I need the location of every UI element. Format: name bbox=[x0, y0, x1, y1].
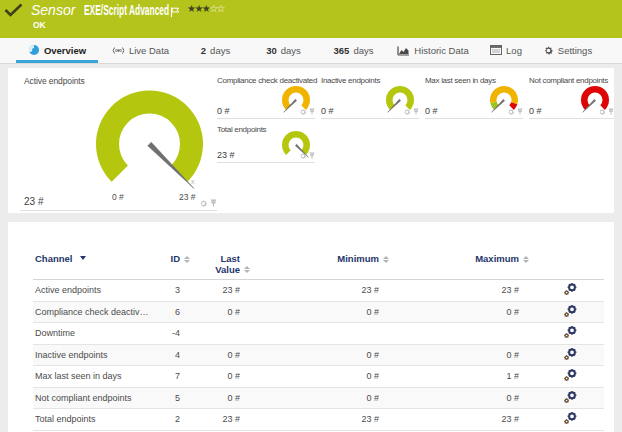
priority-stars[interactable]: ★★★☆☆ bbox=[187, 3, 224, 14]
cell-id: 3 bbox=[150, 280, 180, 302]
cell-last-value: 0 # bbox=[180, 387, 240, 409]
star-icon: ★ bbox=[194, 3, 201, 14]
channel-settings-gears-icon[interactable] bbox=[563, 282, 578, 296]
cell-minimum: 0 # bbox=[240, 387, 379, 409]
cell-channel[interactable]: Not compliant endpoints bbox=[33, 387, 150, 409]
tab-2-days[interactable]: 2 days bbox=[193, 38, 238, 63]
tab-365-days-unit: days bbox=[353, 45, 373, 56]
tile-pin-icon[interactable] bbox=[210, 199, 217, 208]
tile-pin-icon[interactable] bbox=[309, 152, 315, 160]
channel-settings-gears-icon[interactable] bbox=[563, 325, 578, 339]
channel-settings-gears-icon[interactable] bbox=[563, 304, 578, 318]
channel-row[interactable]: Inactive endpoints 4 0 # 0 # 0 # bbox=[33, 344, 604, 366]
tab-log[interactable]: Log bbox=[482, 38, 530, 63]
channel-row[interactable]: Not compliant endpoints 5 0 # 0 # 0 # bbox=[33, 387, 604, 409]
cell-channel[interactable]: Max last seen in days bbox=[33, 366, 150, 388]
tab-live-data-label: Live Data bbox=[129, 45, 169, 56]
gauge-tile-max-last-seen: Max last seen in days 0 # bbox=[425, 72, 523, 119]
cell-minimum: 0 # bbox=[240, 366, 379, 388]
tile-pin-icon[interactable] bbox=[413, 108, 419, 116]
column-header-settings bbox=[519, 244, 604, 280]
column-header-minimum[interactable]: Minimum bbox=[240, 244, 379, 280]
sort-carets-icon bbox=[383, 254, 389, 263]
tile-pin-icon[interactable] bbox=[309, 108, 315, 116]
channel-row[interactable]: Compliance check deactivated 6 0 # 0 # 0… bbox=[33, 301, 604, 323]
live-data-icon bbox=[112, 45, 125, 56]
channel-settings-gears-icon[interactable] bbox=[563, 411, 578, 425]
settings-gear-icon bbox=[543, 45, 554, 56]
cell-minimum bbox=[240, 323, 379, 345]
cell-maximum: 23 # bbox=[379, 409, 519, 431]
cell-channel[interactable]: Total endpoints bbox=[33, 409, 150, 431]
tile-gear-icon[interactable] bbox=[598, 108, 606, 116]
channel-settings-gears-icon[interactable] bbox=[563, 390, 578, 404]
gauges-panel: Active endpoints 0 # 23 # x 23 # Complia… bbox=[8, 68, 614, 213]
channel-row[interactable]: Downtime -4 bbox=[33, 323, 604, 345]
gauge-title: Not compliant endpoints bbox=[529, 76, 608, 85]
tile-gear-icon[interactable] bbox=[199, 199, 208, 208]
cell-channel[interactable]: Downtime bbox=[33, 323, 150, 345]
cell-channel[interactable]: Compliance check deactivated bbox=[33, 301, 150, 323]
tile-pin-icon[interactable] bbox=[517, 108, 523, 116]
cell-minimum: 0 # bbox=[240, 344, 379, 366]
tile-gear-icon[interactable] bbox=[299, 108, 307, 116]
cell-minimum: 23 # bbox=[240, 409, 379, 431]
tab-bar: Overview Live Data 2 days 30 days 365 da… bbox=[0, 38, 622, 64]
channel-settings-gears-icon[interactable] bbox=[563, 368, 578, 382]
channel-row[interactable]: Active endpoints 3 23 # 23 # 23 # bbox=[33, 280, 604, 302]
cell-channel-settings[interactable] bbox=[519, 301, 604, 323]
cell-channel-settings[interactable] bbox=[519, 323, 604, 345]
cell-channel-settings[interactable] bbox=[519, 387, 604, 409]
cell-minimum: 23 # bbox=[240, 280, 379, 302]
sort-carets-icon bbox=[523, 254, 529, 263]
column-header-maximum[interactable]: Maximum bbox=[379, 244, 519, 280]
tab-30-days-unit: days bbox=[281, 45, 301, 56]
cell-last-value: 0 # bbox=[180, 344, 240, 366]
tab-30-days[interactable]: 30 days bbox=[257, 38, 310, 63]
tile-pin-icon[interactable] bbox=[608, 108, 614, 116]
channels-table-panel: Channel ID LastValue Minimum Maximum bbox=[8, 222, 614, 432]
channel-row[interactable]: Max last seen in days 7 0 # 0 # 1 # bbox=[33, 366, 604, 388]
tab-live-data[interactable]: Live Data bbox=[108, 38, 173, 63]
column-header-channel[interactable]: Channel bbox=[33, 244, 150, 280]
gauge-title: Total endpoints bbox=[217, 125, 266, 134]
gauge-value: 23 # bbox=[24, 196, 43, 207]
cell-channel[interactable]: Active endpoints bbox=[33, 280, 150, 302]
tile-gear-icon[interactable] bbox=[507, 108, 515, 116]
tab-settings[interactable]: Settings bbox=[535, 38, 600, 63]
cell-channel-settings[interactable] bbox=[519, 344, 604, 366]
tab-historic-data[interactable]: Historic Data bbox=[390, 38, 476, 63]
star-icon: ☆ bbox=[217, 3, 224, 14]
cell-last-value: 23 # bbox=[180, 409, 240, 431]
cell-channel-settings[interactable] bbox=[519, 366, 604, 388]
gauge-tile-not-compliant: Not compliant endpoints 0 # bbox=[529, 72, 614, 119]
table-header-row: Channel ID LastValue Minimum Maximum bbox=[33, 244, 604, 280]
log-icon bbox=[490, 45, 502, 55]
flag-icon[interactable] bbox=[170, 4, 180, 22]
channel-settings-gears-icon[interactable] bbox=[563, 347, 578, 361]
sensor-status-badge: OK bbox=[33, 20, 46, 30]
historic-data-icon bbox=[397, 45, 410, 56]
status-ok-check-icon bbox=[4, 3, 23, 17]
column-header-id[interactable]: ID bbox=[150, 244, 180, 280]
sensor-header: Sensor EXE/Script Advanced ★★★☆☆ OK bbox=[0, 0, 622, 38]
cell-maximum: 0 # bbox=[379, 344, 519, 366]
channel-row[interactable]: Total endpoints 2 23 # 23 # 23 # bbox=[33, 409, 604, 431]
tab-365-days[interactable]: 365 days bbox=[323, 38, 384, 63]
tab-log-label: Log bbox=[506, 45, 522, 56]
tab-overview[interactable]: Overview bbox=[16, 38, 98, 63]
cell-minimum: 0 # bbox=[240, 301, 379, 323]
cell-id: 6 bbox=[150, 301, 180, 323]
cell-channel-settings[interactable] bbox=[519, 280, 604, 302]
cell-maximum: 23 # bbox=[379, 280, 519, 302]
tab-overview-label: Overview bbox=[44, 45, 86, 56]
cell-id: 7 bbox=[150, 366, 180, 388]
cell-channel-settings[interactable] bbox=[519, 409, 604, 431]
cell-channel[interactable]: Inactive endpoints bbox=[33, 344, 150, 366]
needle-tip-marker: x bbox=[191, 178, 195, 185]
overview-icon bbox=[28, 44, 40, 56]
sensor-name: EXE/Script Advanced bbox=[84, 1, 169, 18]
gauge-value: 0 # bbox=[217, 106, 230, 116]
tile-gear-icon[interactable] bbox=[299, 152, 307, 160]
tile-gear-icon[interactable] bbox=[403, 108, 411, 116]
